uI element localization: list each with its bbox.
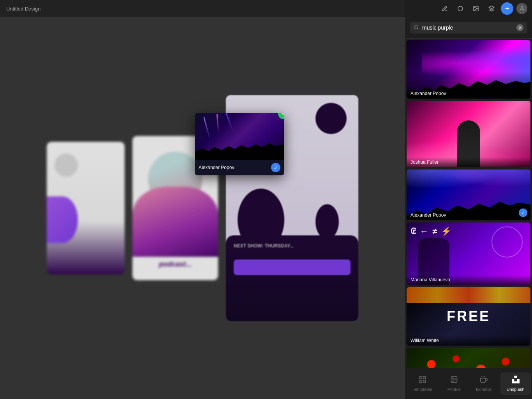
image-5-lights	[407, 287, 530, 303]
iconator-tab-label: Iconator	[476, 387, 491, 392]
card3-blob-top	[315, 103, 347, 134]
tab-templates[interactable]: Templates	[407, 373, 439, 395]
shapes-button[interactable]	[454, 2, 467, 15]
popup-footer: Alexander Popov ✓	[195, 160, 284, 175]
svg-point-7	[414, 25, 418, 28]
right-sidebar: ✕ Alexander Popov Joshua Fuller	[405, 0, 532, 399]
card2-text: podcast...	[132, 260, 218, 268]
svg-point-0	[458, 6, 463, 11]
tab-iconator[interactable]: Iconator	[470, 373, 498, 395]
unsplash-icon	[512, 376, 520, 385]
pen-tool-button[interactable]	[439, 2, 451, 15]
image-2-label: Joshua Fuller	[407, 157, 530, 167]
svg-rect-12	[423, 380, 425, 383]
unsplash-tab-label: Unsplash	[507, 387, 525, 392]
design-cards-container: podcast... NEXT SHOW: THURSDAY...	[0, 17, 405, 399]
card3-blob-mid	[315, 204, 339, 239]
grid-item-2[interactable]: Joshua Fuller	[407, 101, 530, 167]
grid-item-3[interactable]: Alexander Popov ✓	[407, 169, 530, 220]
grid-item-6[interactable]	[407, 348, 530, 368]
popup-image-preview	[195, 113, 284, 160]
add-element-button[interactable]	[501, 2, 513, 15]
search-input-wrapper[interactable]: ✕	[410, 22, 527, 34]
card3-event-info: NEXT SHOW: THURSDAY...	[226, 235, 358, 256]
popup-crowd-silhouette	[195, 140, 284, 160]
templates-tab-label: Templates	[413, 387, 432, 392]
search-input[interactable]	[422, 25, 513, 31]
top-bar: Untitled Design	[0, 0, 405, 17]
popup-stage-lights	[203, 117, 210, 140]
image-4-text: ₢ ← ≠ ⚡	[410, 226, 530, 237]
card2-wave	[132, 187, 218, 257]
card3-button[interactable]	[234, 260, 351, 275]
layers-button[interactable]	[485, 2, 498, 15]
search-icon	[414, 25, 419, 31]
iconator-icon	[480, 376, 488, 385]
svg-marker-3	[489, 6, 494, 9]
image-3-check[interactable]: ✓	[519, 208, 527, 217]
grid-item-4[interactable]: ₢ ← ≠ ⚡ Mariana Villanueva	[407, 222, 530, 285]
svg-rect-10	[423, 377, 425, 379]
image-4-label: Mariana Villanueva	[407, 275, 530, 285]
image-grid: Alexander Popov Joshua Fuller Alexander …	[405, 39, 532, 368]
image-3-lights	[407, 169, 530, 197]
image-1-label: Alexander Popov	[407, 88, 530, 99]
tab-photos[interactable]: Photos	[441, 373, 467, 395]
photos-icon	[450, 376, 458, 385]
image-popup: + Alexander Popov ✓	[195, 113, 284, 175]
popup-check-icon[interactable]: ✓	[271, 163, 280, 172]
popup-author-name: Alexander Popov	[199, 165, 234, 170]
templates-icon	[419, 376, 426, 385]
bottom-tabs: Templates Photos Iconator	[405, 368, 532, 399]
search-bar: ✕	[405, 17, 532, 39]
sidebar-top-icons	[405, 0, 532, 17]
canvas-area: Untitled Design podcast... NEXT SHOW: TH…	[0, 0, 405, 399]
grid-item-1[interactable]: Alexander Popov	[407, 40, 530, 99]
image-6-preview	[407, 348, 530, 368]
svg-point-2	[475, 7, 476, 8]
image-button[interactable]	[470, 2, 482, 15]
photos-tab-label: Photos	[447, 387, 461, 392]
svg-point-14	[453, 378, 454, 379]
svg-point-6	[521, 6, 523, 8]
grid-item-5[interactable]: FREE William White	[407, 287, 530, 346]
canvas-title: Untitled Design	[6, 6, 41, 12]
svg-rect-9	[419, 377, 422, 379]
user-avatar	[516, 3, 527, 14]
search-clear-button[interactable]: ✕	[516, 24, 523, 31]
image-5-text: FREE	[447, 308, 490, 325]
image-5-label: William White	[407, 335, 530, 346]
design-card-1[interactable]	[47, 142, 125, 274]
svg-line-8	[417, 28, 419, 29]
image-6-pattern	[407, 348, 530, 368]
svg-rect-11	[419, 380, 422, 383]
tab-unsplash[interactable]: Unsplash	[500, 373, 531, 395]
image-3-label: Alexander Popov	[407, 210, 530, 220]
card3-bottom-bar: NEXT SHOW: THURSDAY...	[226, 235, 358, 321]
